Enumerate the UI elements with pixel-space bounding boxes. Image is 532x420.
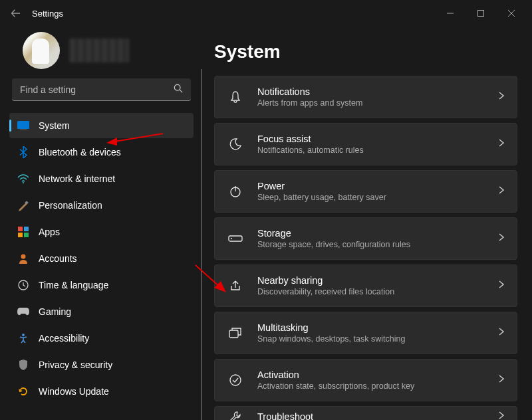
card-focus-assist[interactable]: Focus assistNotifications, automatic rul… (214, 123, 517, 165)
sidebar-item-network[interactable]: Network & internet (9, 166, 194, 191)
chevron-right-icon (498, 327, 505, 339)
sidebar: System Bluetooth & devices Network & int… (0, 27, 203, 420)
search-box[interactable] (12, 78, 191, 101)
sidebar-item-apps[interactable]: Apps (9, 219, 194, 245)
card-sub: Snap windows, desktops, task switching (257, 334, 498, 344)
maximize-button[interactable] (466, 3, 496, 24)
svg-point-12 (21, 255, 26, 259)
card-sub: Discoverability, received files location (257, 287, 498, 296)
page-title: System (214, 41, 517, 62)
svg-line-3 (180, 90, 182, 92)
svg-rect-10 (18, 233, 23, 237)
moon-icon (227, 138, 244, 151)
sidebar-item-label: Privacy & security (39, 360, 112, 370)
sidebar-item-label: Apps (39, 227, 60, 237)
svg-rect-9 (24, 227, 29, 231)
close-button[interactable] (496, 3, 527, 24)
accounts-icon (17, 253, 29, 264)
multitask-icon (227, 327, 244, 339)
card-power[interactable]: PowerSleep, battery usage, battery saver (214, 170, 517, 213)
card-sub: Storage space, drives, configuration rul… (257, 240, 498, 249)
card-storage[interactable]: StorageStorage space, drives, configurat… (214, 217, 517, 260)
svg-rect-4 (17, 121, 29, 129)
sidebar-item-time[interactable]: Time & language (9, 272, 194, 298)
svg-point-2 (174, 84, 180, 90)
apps-icon (17, 226, 29, 238)
chevron-right-icon (498, 411, 505, 420)
svg-rect-1 (478, 11, 484, 17)
card-title: Storage (257, 228, 498, 239)
sidebar-item-system[interactable]: System (9, 113, 194, 138)
card-activation[interactable]: ActivationActivation state, subscription… (214, 359, 517, 401)
avatar[interactable] (23, 32, 60, 69)
system-icon (17, 120, 29, 132)
back-button[interactable] (5, 9, 27, 18)
card-title: Notifications (257, 86, 498, 97)
sidebar-item-gaming[interactable]: Gaming (9, 299, 194, 324)
sidebar-item-accessibility[interactable]: Accessibility (9, 326, 194, 351)
card-title: Focus assist (257, 134, 498, 144)
chevron-right-icon (498, 233, 505, 245)
sidebar-item-label: System (39, 120, 70, 131)
update-icon (17, 385, 29, 397)
sidebar-item-label: Time & language (39, 280, 108, 290)
personalization-icon (17, 199, 29, 211)
accessibility-icon (17, 332, 29, 344)
bluetooth-icon (17, 146, 29, 158)
nav-list: System Bluetooth & devices Network & int… (9, 113, 194, 404)
sidebar-item-label: Network & internet (39, 173, 115, 184)
window-title: Settings (32, 9, 63, 19)
profile-name-blurred (69, 39, 129, 62)
card-sub: Notifications, automatic rules (257, 146, 498, 155)
storage-icon (227, 234, 244, 243)
chevron-right-icon (498, 374, 505, 386)
share-icon (227, 279, 244, 292)
svg-rect-11 (24, 233, 29, 237)
sidebar-item-label: Accessibility (39, 333, 89, 344)
check-icon (227, 373, 244, 387)
card-sub: Sleep, battery usage, battery saver (257, 193, 498, 202)
sidebar-item-accounts[interactable]: Accounts (9, 246, 194, 271)
sidebar-item-personalization[interactable]: Personalization (9, 193, 194, 218)
chevron-right-icon (498, 138, 505, 150)
privacy-icon (17, 359, 29, 371)
scroll-indicator (201, 69, 201, 420)
card-sub: Alerts from apps and system (257, 98, 498, 108)
search-input[interactable] (12, 78, 191, 101)
card-title: Nearby sharing (257, 275, 498, 286)
sidebar-item-label: Personalization (39, 200, 102, 211)
sidebar-item-label: Windows Update (39, 386, 109, 397)
sidebar-item-update[interactable]: Windows Update (9, 379, 194, 404)
svg-point-6 (23, 182, 24, 183)
card-title: Power (257, 181, 498, 191)
main-content: System NotificationsAlerts from apps and… (203, 27, 532, 420)
sidebar-item-label: Accounts (39, 253, 77, 264)
chevron-right-icon (498, 280, 505, 292)
search-icon (174, 84, 183, 96)
svg-rect-5 (20, 129, 27, 130)
card-troubleshoot[interactable]: Troubleshoot (214, 406, 517, 420)
card-title: Troubleshoot (257, 411, 498, 420)
svg-point-18 (231, 238, 232, 239)
minimize-button[interactable] (435, 3, 466, 24)
svg-point-20 (230, 375, 241, 385)
network-icon (17, 173, 29, 185)
card-notifications[interactable]: NotificationsAlerts from apps and system (214, 76, 517, 118)
sidebar-item-bluetooth[interactable]: Bluetooth & devices (9, 140, 194, 165)
sidebar-item-label: Bluetooth & devices (39, 147, 121, 158)
time-icon (17, 279, 29, 291)
svg-rect-19 (229, 330, 238, 338)
card-title: Multitasking (257, 322, 498, 333)
sidebar-item-privacy[interactable]: Privacy & security (9, 352, 194, 377)
svg-point-14 (22, 334, 25, 336)
card-nearby-sharing[interactable]: Nearby sharingDiscoverability, received … (214, 264, 517, 307)
card-title: Activation (257, 369, 498, 380)
gaming-icon (17, 306, 29, 318)
chevron-right-icon (498, 185, 505, 197)
power-icon (227, 185, 244, 198)
card-multitasking[interactable]: MultitaskingSnap windows, desktops, task… (214, 312, 517, 354)
card-sub: Activation state, subscriptions, product… (257, 381, 498, 391)
bell-icon (227, 90, 244, 104)
chevron-right-icon (498, 91, 505, 103)
sidebar-item-label: Gaming (39, 306, 71, 317)
